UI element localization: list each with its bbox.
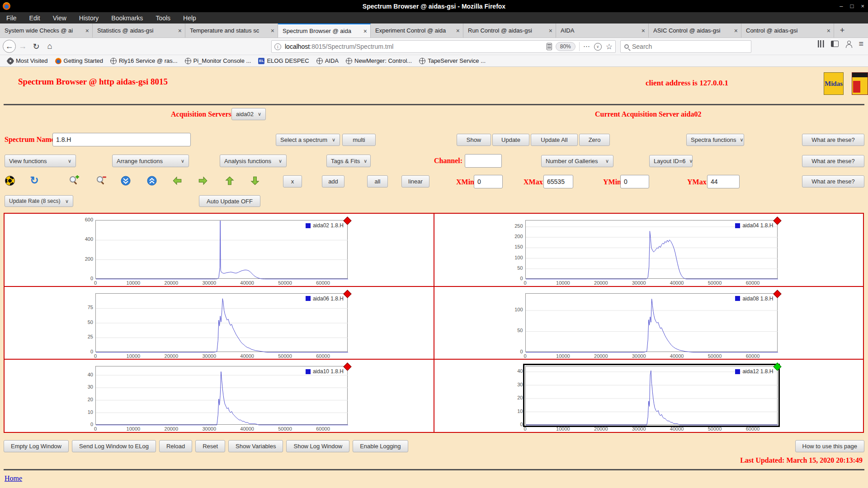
home-link[interactable]: Home [5,474,22,483]
show-variables-button[interactable]: Show Variables [228,440,283,452]
pan-up-icon[interactable] [224,175,235,186]
send-log-window-to-elog-button[interactable]: Send Log Window to ELog [72,440,156,452]
what-are-these-button-2[interactable]: What are these? [802,155,864,167]
reset-button[interactable]: Reset [195,440,225,452]
tab-temperature-and-status-sc[interactable]: Temperature and status sc× [185,23,278,38]
spectrum-plot-aida06[interactable]: aida06 1.8.H [95,293,348,352]
update-rate-dropdown[interactable]: Update Rate (8 secs)∨ [5,195,73,207]
spectra-functions-dropdown[interactable]: Spectra functions∨ [686,134,744,146]
layout-id-dropdown[interactable]: Layout ID=6∨ [649,155,693,167]
tab-spectrum-browser-aida[interactable]: Spectrum Browser @ aida× [278,23,371,38]
menu-help[interactable]: Help [177,12,203,23]
tab-system-wide-checks-ai[interactable]: System wide Checks @ ai× [0,23,93,38]
spectrum-plot-aida10[interactable]: aida10 1.8.H [95,366,348,425]
sidebars-icon[interactable] [831,41,839,47]
zoom-level-indicator[interactable]: 80% [556,42,576,51]
spectrum-plot-aida12[interactable]: aida12 1.8.H [525,366,778,425]
all-button[interactable]: all [367,175,388,188]
address-bar[interactable]: i localhost:8015/Spectrum/Spectrum.tml 8… [271,40,616,53]
search-input[interactable] [632,43,731,50]
tab-close-icon[interactable]: × [639,27,645,34]
empty-log-window-button[interactable]: Empty Log Window [4,440,69,452]
analysis-functions-dropdown[interactable]: Analysis functions∨ [220,155,287,167]
tags-fits-dropdown[interactable]: Tags & Fits∨ [326,155,371,167]
home-button[interactable]: ⌂ [43,40,57,53]
ymax-input[interactable] [707,175,740,188]
maximize-button[interactable]: □ [850,3,854,9]
spectrum-cell-aida02[interactable]: 0200400600aida02 1.8.H010000200003000040… [4,213,434,286]
menu-tools[interactable]: Tools [149,12,177,23]
channel-input[interactable] [465,154,502,168]
menu-history[interactable]: History [73,12,105,23]
pan-right-icon[interactable] [198,175,208,186]
account-icon[interactable] [845,40,852,47]
refresh-icon[interactable]: ↻ [29,175,40,186]
reader-view-icon[interactable] [547,43,552,50]
reload-button[interactable]: Reload [159,440,192,452]
tab-aida[interactable]: AIDA× [556,23,649,38]
spectrum-plot-aida08[interactable]: aida08 1.8.H [525,293,778,352]
what-are-these-button-1[interactable]: What are these? [802,134,864,146]
tab-experiment-control-aida[interactable]: Experiment Control @ aida× [371,23,463,38]
spectrum-name-input[interactable] [52,133,191,146]
spectrum-plot-aida02[interactable]: aida02 1.8.H [95,220,348,279]
xmin-input[interactable] [474,175,503,188]
view-functions-dropdown[interactable]: View functions∨ [5,155,76,167]
linear-button[interactable]: linear [401,175,429,188]
tab-asic-control-aidas-gsi[interactable]: ASIC Control @ aidas-gsi× [649,23,741,38]
zero-button[interactable]: Zero [579,134,610,146]
collapse-y-icon[interactable] [120,175,131,186]
bookmark-most-visited[interactable]: Most Visited [4,55,52,67]
pocket-icon[interactable]: ∨ [594,43,602,51]
zero-spectrum-icon[interactable] [5,175,15,186]
zoom-out-icon[interactable] [96,175,107,186]
spectrum-cell-aida12[interactable]: 010203040aida12 1.8.H0100002000030000400… [434,359,864,432]
spectrum-cell-aida04[interactable]: 050100150200250aida04 1.8.H0100002000030… [434,213,864,286]
menu-view[interactable]: View [47,12,73,23]
site-info-icon[interactable]: i [274,43,281,50]
tab-close-icon[interactable]: × [361,28,367,35]
acquisition-server-select[interactable]: aida02∨ [231,108,266,120]
bookmark-star-icon[interactable]: ☆ [606,42,613,52]
x-button[interactable]: x [283,175,302,188]
ymin-input[interactable] [620,175,649,188]
forward-button[interactable]: → [16,40,29,53]
tab-close-icon[interactable]: × [824,27,830,34]
update-all-button[interactable]: Update All [531,134,578,146]
minimize-button[interactable]: – [840,3,843,9]
reload-button[interactable]: ↻ [29,40,43,53]
how-to-use-button[interactable]: How to use this page [795,440,864,452]
tab-close-icon[interactable]: × [453,27,460,34]
menu-file[interactable]: File [0,12,23,23]
tab-close-icon[interactable]: × [83,27,89,34]
bookmark-pi-monitor-console[interactable]: Pi_Monitor Console ... [181,55,255,67]
number-of-galleries-dropdown[interactable]: Number of Galleries∨ [541,155,613,167]
page-actions-icon[interactable]: ⋯ [583,42,590,51]
bookmark-getting-started[interactable]: Getting Started [52,55,107,67]
bookmark-aida[interactable]: AIDA [313,55,342,67]
add-button[interactable]: add [322,175,344,188]
what-are-these-button-3[interactable]: What are these? [802,175,864,188]
spectrum-plot-aida04[interactable]: aida04 1.8.H [525,220,778,279]
menu-edit[interactable]: Edit [23,12,47,23]
new-tab-button[interactable]: + [834,23,850,38]
spectrum-cell-aida08[interactable]: 050100aida08 1.8.H0100002000030000400005… [434,286,864,360]
menu-bookmarks[interactable]: Bookmarks [105,12,149,23]
tab-run-control-aidas-gsi[interactable]: Run Control @ aidas-gsi× [463,23,556,38]
bookmark-tapeserver-service[interactable]: TapeServer Service ... [415,55,489,67]
library-icon[interactable] [817,40,825,47]
show-button[interactable]: Show [457,134,491,146]
back-button[interactable]: ← [3,40,16,53]
menu-hamburger-icon[interactable]: ≡ [859,40,863,48]
spectrum-cell-aida06[interactable]: 0255075aida06 1.8.H010000200003000040000… [4,286,434,360]
select-spectrum-dropdown[interactable]: Select a spectrum∨ [276,134,340,146]
expand-y-icon[interactable] [146,175,157,186]
multi-button[interactable]: multi [342,134,376,146]
spectrum-cell-aida10[interactable]: 010203040aida10 1.8.H0100002000030000400… [4,359,434,432]
auto-update-button[interactable]: Auto Update OFF [199,195,260,207]
tab-close-icon[interactable]: × [546,27,552,34]
tab-control-aidas-gsi[interactable]: Control @ aidas-gsi× [741,23,834,38]
zoom-in-icon[interactable] [69,175,80,186]
close-button[interactable]: × [861,3,864,9]
bookmark-rly16-service-ras[interactable]: Rly16 Service @ ras... [107,55,181,67]
